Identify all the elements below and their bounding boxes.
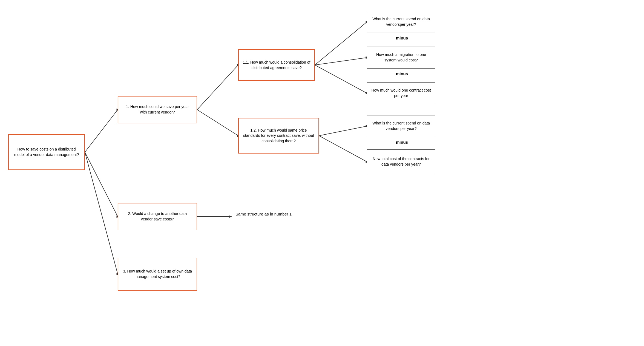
node-1-1b: How much a migration to one system would… bbox=[367, 47, 435, 69]
node-1-2b-label: New total cost of the contracts for data… bbox=[371, 156, 431, 167]
node-3-label: 3. How much would a set up of own data m… bbox=[122, 269, 193, 279]
node-1-1c-label: How much would one contract cost per yea… bbox=[371, 88, 431, 98]
svg-line-2 bbox=[85, 152, 118, 274]
svg-line-4 bbox=[197, 110, 238, 136]
node-1-label: 1. How much could we save per year with … bbox=[122, 104, 193, 115]
node-1: 1. How much could we save per year with … bbox=[118, 96, 197, 123]
svg-line-3 bbox=[197, 65, 238, 110]
node-1-1: 1.1. How much would a consolidation of d… bbox=[238, 49, 315, 81]
node-1-2a-label: What is the current spend on data vendor… bbox=[371, 121, 431, 131]
minus-label-2: minus bbox=[391, 71, 413, 76]
node-1-1-label: 1.1. How much would a consolidation of d… bbox=[243, 60, 311, 70]
node-1-1a-label: What is the current spend on data vendor… bbox=[371, 16, 431, 27]
svg-line-9 bbox=[319, 136, 367, 162]
node-1-2-label: 1.2. How much would same price standards… bbox=[243, 128, 315, 144]
svg-line-1 bbox=[85, 152, 118, 217]
node-3: 3. How much would a set up of own data m… bbox=[118, 258, 197, 291]
svg-line-8 bbox=[319, 126, 367, 136]
node-1-1c: How much would one contract cost per yea… bbox=[367, 82, 435, 104]
svg-marker-21 bbox=[229, 215, 232, 218]
svg-line-7 bbox=[315, 65, 367, 93]
node-2: 2. Would a change to another data vendor… bbox=[118, 203, 197, 230]
svg-line-0 bbox=[85, 110, 118, 152]
minus-label-1: minus bbox=[391, 36, 413, 40]
node-1-1b-label: How much a migration to one system would… bbox=[371, 52, 431, 63]
node-1-2a: What is the current spend on data vendor… bbox=[367, 115, 435, 137]
same-structure-label: Same structure as in number 1 bbox=[235, 212, 292, 216]
node-1-1a: What is the current spend on data vendor… bbox=[367, 11, 435, 33]
node-2-label: 2. Would a change to another data vendor… bbox=[122, 211, 193, 222]
connector-lines bbox=[0, 0, 644, 346]
node-1-2b: New total cost of the contracts for data… bbox=[367, 149, 435, 174]
root-node: How to save costs on a distributed model… bbox=[8, 134, 85, 170]
node-1-2: 1.2. How much would same price standards… bbox=[238, 118, 319, 154]
minus-label-3: minus bbox=[391, 140, 413, 144]
diagram-container: How to save costs on a distributed model… bbox=[0, 0, 644, 346]
root-label: How to save costs on a distributed model… bbox=[13, 147, 81, 157]
